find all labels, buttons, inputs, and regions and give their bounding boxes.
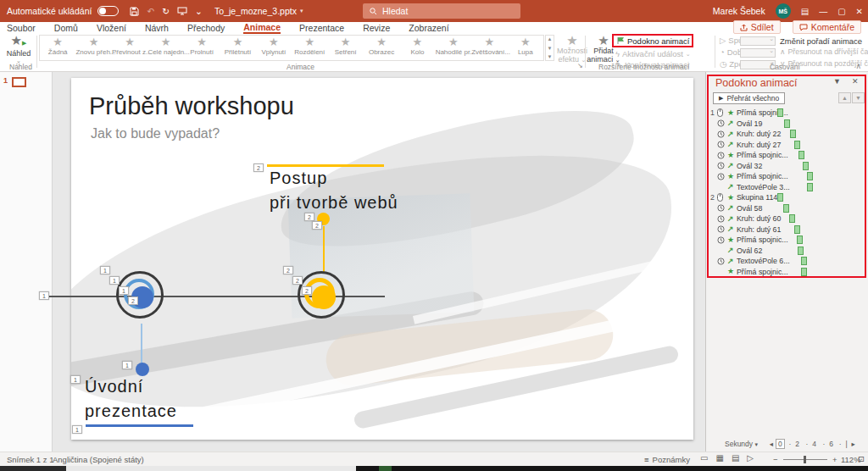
animation-effect-obrazec[interactable]: ★ Obrazec [364, 36, 399, 60]
animation-item[interactable]: ↗ TextovéPole 6... [706, 256, 868, 267]
animation-item[interactable]: ↗ Kruh: dutý 27 [706, 140, 868, 151]
timeline-bar[interactable] [783, 204, 789, 213]
language-indicator[interactable]: Angličtina (Spojené státy) [53, 455, 144, 464]
blue-milestone-center[interactable] [131, 286, 153, 308]
timeline-bar[interactable] [777, 108, 783, 117]
animation-effect-kolo[interactable]: ★ Kolo [399, 36, 435, 60]
timeline-bar[interactable] [801, 257, 807, 265]
pane-menu-icon[interactable]: ▼ [833, 77, 841, 86]
pane-close-icon[interactable]: ✕ [852, 77, 859, 86]
tab-navrh[interactable]: Návrh [145, 23, 169, 33]
undo-icon[interactable]: ↶ [147, 6, 154, 16]
slide-subtitle[interactable]: Jak to bude vypadat? [91, 126, 220, 141]
normal-view-icon[interactable]: ▭ [700, 453, 708, 463]
tab-prechody[interactable]: Přechody [187, 23, 225, 33]
redo-icon[interactable]: ↻ [162, 6, 170, 16]
timeline-bar[interactable] [807, 172, 813, 180]
timeline-bar[interactable] [790, 130, 796, 138]
animation-item[interactable]: ↗ Ovál 32 [706, 161, 868, 172]
animation-item[interactable]: ↗ TextovéPole 3... [706, 182, 868, 193]
autosave-toggle[interactable] [97, 6, 119, 16]
animation-item[interactable]: ↗ Ovál 19 [706, 119, 868, 130]
milestone-bottom-text[interactable]: Úvodní prezentace [85, 374, 177, 424]
animation-effect-znovu-prehrat[interactable]: ★ Znovu přeh... [75, 36, 112, 60]
seconds-dropdown[interactable]: Sekundy ▾ [725, 440, 758, 448]
zoom-out-icon[interactable]: − [773, 455, 778, 464]
trigger-button[interactable]: ϟ Aktivační událost⌄ [615, 49, 691, 58]
qat-customize-icon[interactable]: ⌄ [195, 6, 203, 16]
yellow-connector-line[interactable] [323, 226, 325, 272]
gallery-scrollbar[interactable]: ▲ ▼ ▼ [545, 35, 554, 61]
comments-button[interactable]: Komentáře [793, 20, 861, 34]
animation-effect-setreni[interactable]: ★ Setření [327, 36, 363, 60]
tab-soubor[interactable]: Soubor [7, 23, 36, 33]
animation-item[interactable]: ↗ Ovál 62 [706, 246, 868, 257]
milestone-top-text[interactable]: Postup při tvorbě webů [270, 166, 398, 215]
tab-prezentace[interactable]: Prezentace [299, 23, 344, 33]
start-select[interactable] [740, 36, 776, 46]
move-up-button[interactable]: ▲ [838, 92, 851, 103]
timeline-bar[interactable] [801, 268, 807, 276]
user-name[interactable]: Marek Šebek [713, 6, 765, 16]
blue-connector-line[interactable] [141, 324, 142, 363]
animation-item[interactable]: ↗ Kruh: dutý 22 [706, 129, 868, 140]
animation-item[interactable]: ★ Přímá spojnic... [706, 150, 868, 161]
timeline-bar[interactable] [798, 247, 804, 255]
tab-animace[interactable]: Animace [243, 22, 281, 34]
animation-effect-lupa[interactable]: ★ Lupa [508, 36, 543, 60]
ribbon-display-options-icon[interactable]: ▤ [801, 7, 809, 16]
animation-item[interactable]: 2 ★ Skupina 114 [706, 192, 868, 203]
timeline-ruler[interactable]: ◂0· 2· 4· 6· |▸ [768, 439, 857, 449]
save-icon[interactable] [130, 7, 139, 16]
title-chevron-icon[interactable]: ▾ [300, 8, 303, 14]
timeline-bar[interactable] [794, 141, 800, 149]
animation-item[interactable]: ★ Přímá spojnic... [706, 267, 868, 278]
start-presentation-icon[interactable] [177, 7, 187, 15]
timeline-bar[interactable] [798, 151, 804, 159]
share-button[interactable]: Sdílet [733, 20, 781, 34]
animation-item[interactable]: ↗ Kruh: dutý 61 [706, 224, 868, 236]
timeline-bar[interactable] [784, 119, 790, 128]
tab-revize[interactable]: Revize [363, 23, 390, 33]
animation-effect-rozdeleni[interactable]: ★ Rozdělení [292, 36, 327, 60]
gallery-down-icon[interactable]: ▼ [548, 46, 553, 51]
blue-underline[interactable] [86, 424, 193, 427]
timeline-bar[interactable] [794, 225, 800, 234]
move-down-button[interactable]: ▼ [852, 92, 865, 103]
animation-effect-cele-najednou[interactable]: ★ Celé najedn... [147, 36, 184, 60]
ruler-left-icon[interactable]: ◂ [768, 440, 775, 448]
move-earlier-button[interactable]: ∧Přesunout na dřívější čas [780, 47, 868, 56]
close-icon[interactable]: ✕ [856, 7, 863, 16]
notes-button[interactable]: ≡ Poznámky [644, 455, 690, 464]
tab-zobrazeni[interactable]: Zobrazení [409, 23, 448, 33]
play-all-button[interactable]: ▶ Přehrát všechno [713, 92, 785, 104]
zoom-in-icon[interactable]: + [832, 455, 837, 464]
yellow-milestone-center[interactable] [312, 285, 336, 309]
zoom-slider-thumb[interactable] [804, 456, 806, 463]
slideshow-icon[interactable]: ▷ [747, 453, 754, 463]
fit-to-window-icon[interactable]: ⊡ [858, 454, 865, 463]
tab-vlozeni[interactable]: Vložení [97, 23, 126, 33]
zoom-slider[interactable] [783, 459, 827, 460]
slide-sorter-icon[interactable]: ▦ [715, 453, 723, 463]
yellow-dot[interactable] [317, 213, 330, 225]
gallery-up-icon[interactable]: ▲ [548, 36, 553, 42]
animation-item[interactable]: 1 ★ Přímá spojnic... [706, 108, 868, 119]
timeline-bar[interactable] [777, 193, 783, 202]
animation-item[interactable]: ↗ Ovál 58 [706, 203, 868, 214]
minimize-icon[interactable]: — [819, 7, 827, 16]
timeline-bar[interactable] [807, 183, 813, 191]
maximize-icon[interactable]: ▢ [837, 7, 845, 16]
animation-effect-prolnuti[interactable]: ★ Prolnutí [184, 36, 220, 60]
slide[interactable]: Průběh workshopu Jak to bude vypadat? Po… [71, 78, 693, 440]
duration-stepper[interactable] [740, 48, 776, 58]
slide-thumbnail[interactable] [12, 77, 26, 87]
timeline-bar[interactable] [803, 162, 809, 170]
reading-view-icon[interactable]: ▤ [732, 453, 739, 463]
animation-effect-zadna[interactable]: ★ Žádná [40, 36, 75, 60]
animation-item[interactable]: ★ Přímá spojnic... [706, 235, 868, 246]
animation-pane-button[interactable]: Podokno animací [612, 34, 693, 47]
slide-title[interactable]: Průběh workshopu [89, 92, 294, 120]
preview-button[interactable]: ★▶ Náhled ⌄ [2, 35, 36, 64]
animation-effect-nahodile-pruhy[interactable]: ★ Nahodilé pr... [436, 36, 472, 60]
